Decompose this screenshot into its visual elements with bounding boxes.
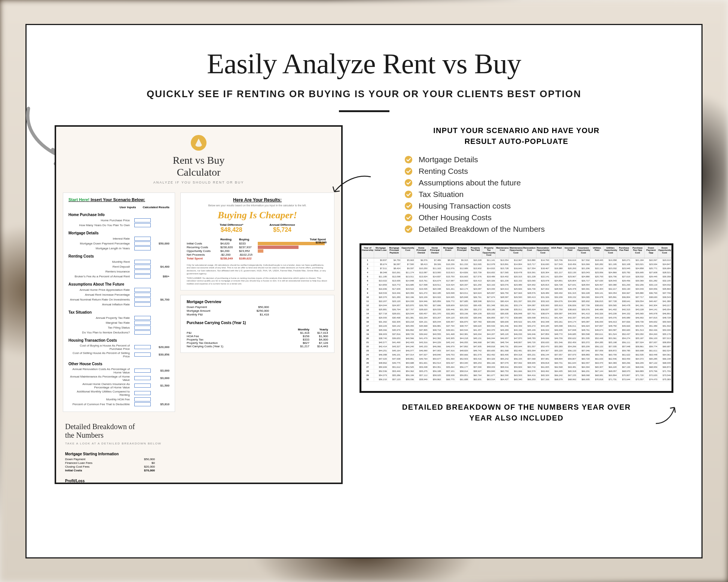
td: $40,555	[428, 332, 442, 336]
td: $59,851	[455, 373, 469, 377]
input-field[interactable]	[134, 302, 151, 307]
carry-header: Monthly Yearly	[187, 328, 328, 331]
input-field[interactable]	[134, 316, 151, 320]
input-field[interactable]	[134, 246, 151, 250]
td: $24,858	[631, 267, 645, 270]
td: $47,916	[442, 349, 455, 352]
td: $25,881	[374, 308, 388, 311]
input-field[interactable]	[134, 369, 151, 373]
input-field[interactable]	[134, 326, 151, 330]
table-row: 21$40,577$41,490$42,403$43,316$44,229$45…	[361, 341, 672, 345]
input-field[interactable]	[134, 274, 151, 278]
carry-monthly: $627	[291, 341, 309, 345]
td: $45,076	[604, 316, 617, 320]
td: $68,959	[645, 365, 658, 369]
kv-row: Down Payment$50,000	[65, 458, 155, 461]
td: $46,913	[604, 320, 617, 324]
td: $54,340	[455, 361, 469, 365]
td: $16,641	[509, 267, 523, 270]
td: $26,783	[415, 304, 428, 307]
grid-row: Net Proceeds-$2,200-$102,215	[187, 253, 328, 256]
td: $68,079	[550, 378, 563, 381]
input-field[interactable]	[134, 321, 151, 325]
td: $69,894	[604, 373, 617, 377]
td: 27	[361, 365, 374, 369]
td: $24,946	[415, 299, 428, 303]
td: $20,293	[563, 267, 577, 270]
input-field[interactable]	[134, 391, 151, 395]
input-field[interactable]	[134, 293, 151, 297]
table-caption: DETAILED BREAKDOWN OF THE NUMBERS YEAR O…	[360, 402, 673, 424]
td: $40,533	[482, 324, 496, 328]
td: $15,772	[388, 283, 401, 287]
td: 17	[361, 324, 374, 328]
td: $36,870	[455, 320, 469, 324]
input-field[interactable]	[134, 288, 151, 292]
carry-title: Purchase Carrying Costs (Year 1)	[187, 321, 328, 325]
td: $11,185	[374, 275, 388, 278]
section-heading: Other House Costs	[68, 362, 169, 366]
td: 23	[361, 349, 374, 352]
input-field[interactable]	[134, 265, 151, 269]
table-row: 19$36,903$37,816$38,729$39,642$40,555$41…	[361, 332, 672, 336]
table-row: 4$9,348$10,261$11,174$12,087$13,000$13,9…	[361, 271, 672, 275]
td: $36,881	[428, 324, 442, 328]
input-field[interactable]	[134, 376, 151, 380]
row-label: Home Purchase Price	[68, 219, 132, 222]
td: $60,731	[550, 361, 563, 365]
input-row: Annual Nominal Return Rate On Investment…	[68, 298, 169, 302]
td: $17,554	[523, 267, 536, 270]
th: Utilities Paid	[590, 245, 604, 258]
row-label: Annual Home Owners Insurance As Percenta…	[68, 382, 132, 389]
carry-yearly: $7,128	[309, 341, 328, 345]
page-subtitle: QUICKLY SEE IF RENTING OR BUYING IS YOUR…	[55, 88, 673, 100]
arrow-icon	[653, 403, 679, 425]
td: $28,576	[523, 291, 536, 295]
input-field[interactable]	[134, 384, 151, 388]
input-field[interactable]	[134, 330, 151, 335]
table-row: 28$52,536$53,449$54,362$55,275$56,188$57…	[361, 369, 672, 373]
td: $63,503	[509, 373, 523, 377]
td: $58,003	[482, 365, 496, 369]
td: $24,869	[604, 271, 617, 274]
input-field[interactable]	[134, 223, 151, 227]
td: $41,446	[496, 324, 509, 328]
carry-key: HOA Fee	[187, 335, 291, 338]
td: $55,275	[415, 369, 428, 373]
input-row: Annual Renovation Costs As Percentage of…	[68, 367, 169, 374]
input-field[interactable]	[134, 402, 151, 406]
td: $45,131	[469, 336, 482, 340]
overview-panel: Mortgage Overview Down Payment$50,000Mor…	[180, 295, 334, 353]
td: $50,655	[482, 349, 496, 352]
td: $23,043	[577, 271, 590, 274]
breakdown-sub: TAKE A LOOK AT A DETAILED BREAKDOWN BELO…	[65, 442, 332, 445]
input-field[interactable]	[134, 260, 151, 264]
row-label: Marginal Tax Rate	[68, 321, 132, 324]
td: $52,514	[428, 361, 442, 365]
input-field[interactable]	[134, 241, 151, 246]
col-total: Total Spent	[258, 238, 328, 241]
input-section: Tax SituationAnnual Property Tax RateMar…	[68, 310, 169, 335]
calculated-value: $4,400	[153, 265, 169, 268]
input-field[interactable]	[134, 397, 151, 401]
td: $65,340	[509, 378, 523, 381]
td: $63,514	[482, 378, 496, 381]
input-row: Cost of Selling House As Percent of Sell…	[68, 351, 169, 358]
input-section: Other House CostsAnnual Renovation Costs…	[68, 362, 169, 406]
td: $37,805	[415, 328, 428, 332]
td: $25,826	[509, 287, 523, 291]
total-diff-value: $48,428	[220, 227, 243, 233]
input-field[interactable]	[134, 218, 151, 222]
input-field[interactable]	[134, 298, 151, 302]
caption-line2: YEAR ALSO INCLUDED	[469, 414, 564, 422]
sec2-h: Profit/Loss	[65, 479, 332, 483]
input-row: Monthly HOA Fee	[68, 397, 169, 401]
kv-row: Initial Costs$70,000	[65, 469, 155, 472]
td: $47,892	[455, 345, 469, 348]
input-field[interactable]	[134, 352, 151, 357]
input-field[interactable]	[134, 345, 151, 349]
td: $30,369	[631, 279, 645, 283]
input-field[interactable]	[134, 270, 151, 274]
td: $63,481	[563, 365, 577, 369]
input-field[interactable]	[134, 237, 151, 241]
